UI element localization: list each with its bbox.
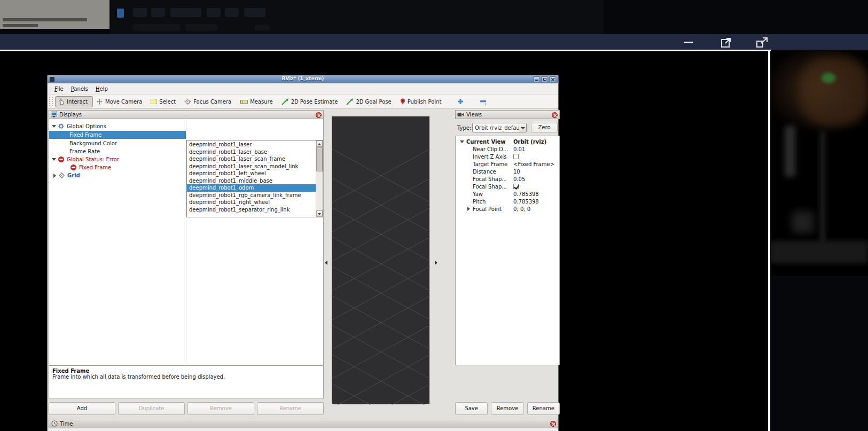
- menu-file[interactable]: File: [51, 84, 67, 93]
- splitter-collapse-left-icon[interactable]: [325, 261, 327, 265]
- window-close-button[interactable]: [549, 76, 556, 82]
- view-row-focal-point[interactable]: Focal Point 0; 0; 0: [456, 205, 559, 213]
- expander-closed-icon[interactable]: [467, 207, 470, 211]
- view-row-focal-shape-fixed[interactable]: Focal Shap...: [456, 183, 559, 190]
- dropdown-scrollbar[interactable]: [316, 140, 323, 217]
- focus-crosshair-icon: [184, 98, 191, 105]
- dropdown-option[interactable]: deepmind_robot1_middle_base: [187, 177, 316, 185]
- window-maximize-button[interactable]: [541, 76, 548, 82]
- view-row-current-view[interactable]: Current View Orbit (rviz): [456, 138, 559, 145]
- dropdown-option[interactable]: deepmind_robot1_right_wheel: [187, 199, 316, 206]
- chevron-down-icon: [521, 127, 525, 129]
- view-row-yaw[interactable]: Yaw 0.785398: [456, 190, 559, 198]
- rename-view-button[interactable]: Rename: [527, 402, 560, 415]
- duplicate-button[interactable]: Duplicate: [118, 402, 185, 415]
- menu-bar: File Panels Help: [48, 83, 558, 95]
- save-button[interactable]: Save: [455, 402, 488, 415]
- faint-text-line: [3, 18, 87, 21]
- views-close-icon[interactable]: [552, 112, 558, 118]
- splitter-collapse-right-icon[interactable]: [435, 261, 437, 265]
- checkbox-unchecked-icon[interactable]: [513, 154, 519, 159]
- dropdown-option[interactable]: deepmind_robot1_laser_scan_model_link: [187, 163, 316, 170]
- tool-2d-goal-pose[interactable]: 2D Goal Pose: [343, 96, 396, 107]
- expander-open-icon[interactable]: [460, 140, 464, 143]
- ruler-icon: [240, 100, 248, 104]
- dropdown-option[interactable]: deepmind_robot1_laser_scan_frame: [187, 155, 316, 163]
- dimmed-app-icon: [117, 9, 124, 18]
- view-type-row: Type: Orbit (rviz_defaul Zero: [455, 123, 560, 132]
- time-panel-body: [49, 428, 558, 431]
- frame-dropdown-popup: deepmind_robot1_laser deepmind_robot1_la…: [186, 140, 323, 217]
- zero-button[interactable]: Zero: [531, 123, 558, 132]
- camera-icon: [457, 112, 464, 117]
- dimmed-background-toolbar: [111, 0, 604, 34]
- help-text: Frame into which all data is transformed…: [52, 374, 320, 380]
- remove-view-button[interactable]: Remove: [491, 402, 523, 415]
- view-row-near-clip[interactable]: Near Clip D... 0.01: [456, 145, 559, 153]
- tool-2d-pose-estimate[interactable]: 2D Pose Estimate: [278, 96, 343, 107]
- tree-row-frame-rate[interactable]: Frame Rate: [49, 147, 186, 155]
- scrollbar-thumb[interactable]: [316, 147, 323, 171]
- tool-select[interactable]: Select: [147, 97, 181, 107]
- remove-tool-button[interactable]: [476, 96, 492, 107]
- render-viewport[interactable]: [332, 116, 429, 404]
- tool-publish-point[interactable]: Publish Point: [397, 96, 447, 107]
- displays-close-icon[interactable]: [316, 112, 322, 118]
- dropdown-option[interactable]: deepmind_robot1_left_wheel: [187, 170, 316, 177]
- expander-closed-icon[interactable]: [53, 174, 56, 178]
- scroll-down-icon[interactable]: [316, 210, 323, 217]
- tool-measure[interactable]: Measure: [237, 97, 278, 107]
- tool-focus-camera[interactable]: Focus Camera: [181, 96, 237, 107]
- checkbox-checked-icon[interactable]: [513, 184, 519, 189]
- views-panel-title: Views: [466, 112, 482, 117]
- menu-panels[interactable]: Panels: [67, 84, 92, 93]
- dropdown-option[interactable]: deepmind_robot1_rgb_camera_link_frame: [187, 192, 316, 199]
- tree-row-background-color[interactable]: Background Color: [49, 139, 186, 147]
- view-row-focal-shape-size[interactable]: Focal Shap... 0.05: [456, 175, 559, 183]
- view-type-combobox[interactable]: Orbit (rviz_defaul: [472, 123, 527, 132]
- dropdown-option[interactable]: deepmind_robot1_laser: [187, 141, 316, 148]
- dropdown-option[interactable]: deepmind_robot1_separator_ring_link: [187, 206, 316, 214]
- rviz-window: RViz* (1_xterm) File Panels Help Interac…: [47, 75, 559, 431]
- dropdown-option[interactable]: deepmind_robot1_laser_base: [187, 148, 316, 156]
- tool-interact[interactable]: Interact: [55, 96, 93, 107]
- tool-move-camera[interactable]: Move Camera: [93, 96, 147, 107]
- open-external-icon[interactable]: [720, 37, 732, 49]
- faint-text-line: [3, 24, 38, 27]
- expander-open-icon[interactable]: [52, 125, 56, 128]
- dropdown-option-selected[interactable]: deepmind_robot1_odom: [187, 184, 316, 192]
- view-row-pitch[interactable]: Pitch 0.785398: [456, 198, 559, 205]
- pop-out-window-icon[interactable]: [756, 37, 769, 49]
- window-titlebar[interactable]: RViz* (1_xterm): [48, 75, 558, 83]
- tree-row-grid[interactable]: Grid: [49, 171, 186, 179]
- time-panel-header[interactable]: Time: [49, 419, 558, 428]
- clock-icon: [51, 420, 58, 427]
- minimize-icon[interactable]: [684, 42, 693, 43]
- add-tool-button[interactable]: [454, 96, 469, 107]
- toolbar-grip[interactable]: [49, 97, 53, 106]
- rename-button[interactable]: Rename: [257, 402, 324, 415]
- view-row-target-frame[interactable]: Target Frame <Fixed Frame>: [456, 160, 559, 168]
- add-button[interactable]: Add: [49, 402, 115, 415]
- view-row-distance[interactable]: Distance 10: [456, 168, 559, 175]
- tree-row-global-status[interactable]: Global Status: Error: [49, 155, 186, 163]
- scroll-up-icon[interactable]: [316, 140, 323, 147]
- menu-help[interactable]: Help: [92, 84, 112, 93]
- minus-icon: [480, 98, 487, 105]
- window-minimize-button[interactable]: [533, 76, 540, 82]
- expander-open-icon[interactable]: [52, 158, 56, 161]
- viewer-titlebar: [0, 34, 868, 50]
- tree-row-global-options[interactable]: Global Options: [49, 122, 186, 130]
- remove-button[interactable]: Remove: [187, 402, 254, 415]
- error-icon: [71, 164, 76, 170]
- grid-display-icon: [59, 173, 65, 178]
- tree-row-fixed-frame[interactable]: Fixed Frame: [49, 131, 186, 139]
- combo-dropdown-button[interactable]: [519, 123, 526, 132]
- tree-row-status-fixed-frame[interactable]: Fixed Frame: [49, 163, 186, 171]
- views-panel-header[interactable]: Views: [455, 110, 560, 119]
- monitor-icon: [51, 112, 57, 117]
- move-arrows-icon: [96, 98, 103, 105]
- time-close-icon[interactable]: [550, 421, 556, 427]
- view-row-invert-z[interactable]: Invert Z Axis: [456, 153, 559, 160]
- displays-panel-header[interactable]: Displays: [49, 110, 324, 119]
